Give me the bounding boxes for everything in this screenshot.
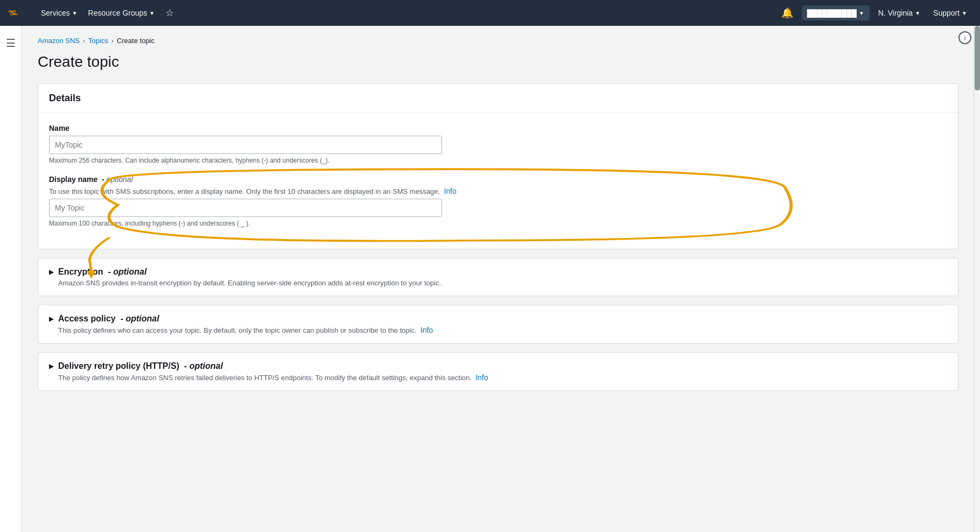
display-name-optional: optional (107, 175, 133, 184)
aws-logo[interactable]: aws (9, 5, 30, 21)
details-panel-body: Name Maximum 256 characters. Can include… (38, 113, 958, 249)
breadcrumb-sep-1: › (83, 37, 85, 45)
services-nav-btn[interactable]: Services ▼ (37, 6, 82, 19)
user-chevron-icon: ▼ (859, 10, 864, 16)
delivery-retry-info-link[interactable]: Info (475, 373, 488, 382)
services-chevron-icon: ▼ (72, 10, 78, 16)
bell-icon: 🔔 (781, 7, 793, 19)
hamburger-btn[interactable]: ☰ (4, 34, 18, 52)
access-policy-panel: ▶ Access policy - optional This policy d… (38, 305, 958, 344)
access-policy-info-link[interactable]: Info (421, 326, 433, 334)
name-form-group: Name Maximum 256 characters. Can include… (49, 124, 947, 164)
delivery-retry-title: Delivery retry policy (HTTP/S) - optiona… (58, 361, 488, 371)
sidebar-toggle: ☰ (0, 26, 22, 532)
delivery-retry-collapsible-header[interactable]: ▶ Delivery retry policy (HTTP/S) - optio… (38, 353, 958, 390)
name-input[interactable] (49, 136, 442, 154)
support-label: Support (933, 9, 960, 17)
encryption-title-wrap: Encryption - optional Amazon SNS provide… (58, 267, 441, 287)
top-nav: aws Services ▼ Resource Groups ▼ ☆ 🔔 ███… (0, 0, 980, 26)
access-policy-title-wrap: Access policy - optional This policy def… (58, 314, 433, 334)
encryption-collapsible-header[interactable]: ▶ Encryption - optional Amazon SNS provi… (38, 258, 958, 296)
delivery-retry-title-wrap: Delivery retry policy (HTTP/S) - optiona… (58, 361, 488, 382)
display-name-desc: To use this topic with SMS subscriptions… (49, 187, 947, 195)
display-name-label-text: Display name (49, 175, 97, 184)
breadcrumb: Amazon SNS › Topics › Create topic (38, 37, 958, 45)
encryption-desc: Amazon SNS provides in-transit encryptio… (58, 279, 441, 287)
region-label: N. Virginia (878, 9, 913, 17)
user-account-btn[interactable]: ██████████ ▼ (802, 5, 870, 20)
breadcrumb-current: Create topic (117, 37, 155, 45)
support-btn[interactable]: Support ▼ (929, 6, 971, 19)
access-policy-desc: This policy defines who can access your … (58, 326, 433, 334)
star-icon: ☆ (165, 7, 174, 19)
display-name-info-link[interactable]: Info (444, 187, 456, 195)
encryption-panel: ▶ Encryption - optional Amazon SNS provi… (38, 258, 958, 296)
details-panel-header: Details (38, 84, 958, 113)
display-name-input[interactable] (49, 199, 442, 217)
breadcrumb-sep-2: › (111, 37, 114, 45)
access-policy-expand-icon: ▶ (49, 315, 54, 323)
display-name-hint: Maximum 100 characters, including hyphen… (49, 220, 947, 227)
favorites-nav-btn[interactable]: ☆ (161, 5, 178, 21)
notifications-btn[interactable]: 🔔 (777, 5, 797, 21)
breadcrumb-sns-link[interactable]: Amazon SNS (38, 37, 80, 45)
page-title: Create topic (38, 53, 958, 71)
name-hint: Maximum 256 characters. Can include alph… (49, 157, 947, 164)
encryption-title: Encryption - optional (58, 267, 441, 277)
access-policy-collapsible-header[interactable]: ▶ Access policy - optional This policy d… (38, 305, 958, 343)
delivery-retry-desc: The policy defines how Amazon SNS retrie… (58, 373, 488, 382)
resource-groups-label: Resource Groups (88, 9, 148, 17)
main-content: Amazon SNS › Topics › Create topic Creat… (22, 26, 980, 532)
region-chevron-icon: ▼ (915, 10, 920, 16)
resource-groups-nav-btn[interactable]: Resource Groups ▼ (84, 6, 159, 19)
resource-groups-chevron-icon: ▼ (149, 10, 155, 16)
display-name-label: Display name - optional (49, 175, 947, 184)
user-account-label: ██████████ (807, 9, 857, 17)
region-btn[interactable]: N. Virginia ▼ (874, 6, 925, 19)
support-chevron-icon: ▼ (962, 10, 967, 16)
breadcrumb-topics-link[interactable]: Topics (88, 37, 108, 45)
name-label: Name (49, 124, 947, 132)
delivery-retry-panel: ▶ Delivery retry policy (HTTP/S) - optio… (38, 352, 958, 391)
display-name-form-group: Display name - optional To use this topi… (49, 175, 947, 227)
encryption-expand-icon: ▶ (49, 268, 54, 276)
details-panel: Details Name Maximum 256 characters. Can… (38, 83, 958, 249)
services-label: Services (41, 9, 70, 17)
delivery-retry-expand-icon: ▶ (49, 362, 54, 370)
access-policy-title: Access policy - optional (58, 314, 433, 324)
details-heading: Details (49, 93, 947, 104)
